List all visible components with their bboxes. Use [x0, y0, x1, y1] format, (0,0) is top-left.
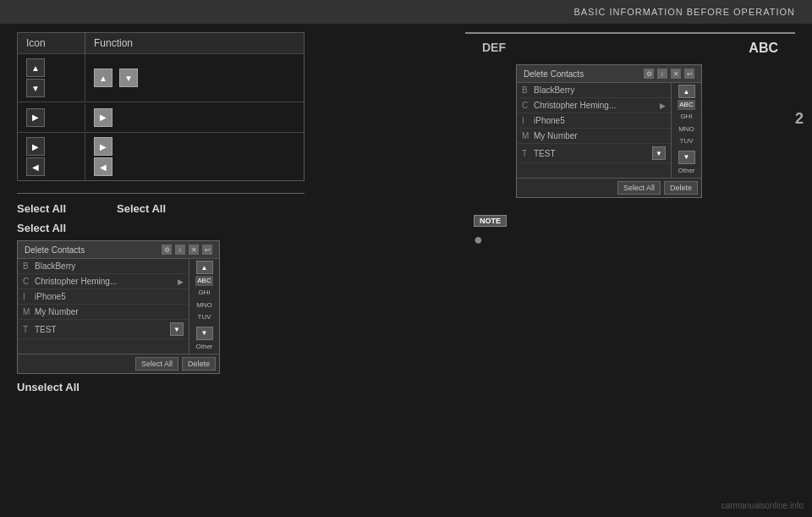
- list-item: C Christopher Heming... ▶: [18, 274, 189, 289]
- sidebar-down-arrow[interactable]: ▼: [196, 327, 213, 340]
- table-row: ▲ ▼ ▲ ▼: [18, 53, 304, 102]
- right-dialog-title: Delete Contacts: [524, 69, 584, 79]
- r-sidebar-up[interactable]: ▲: [678, 85, 695, 98]
- r-info-icon[interactable]: i: [657, 69, 667, 79]
- delete-contacts-dialog: Delete Contacts ⚙ i ✕ ↩ B BlackBerry: [17, 240, 220, 374]
- left-arrow-icon[interactable]: ◀: [26, 157, 45, 176]
- r-scroll-down-icon[interactable]: ▼: [652, 146, 666, 160]
- select-all-section: Select All Select All Select All Delete …: [17, 202, 440, 393]
- icon-function-table: Icon Function ▲ ▼ ▲ ▼ ▶: [17, 32, 304, 181]
- col-icon-header: Icon: [18, 33, 85, 53]
- list-item: I iPhone5: [18, 289, 189, 305]
- main-content: Icon Function ▲ ▼ ▲ ▼ ▶: [0, 24, 812, 410]
- page-number: 2: [795, 110, 804, 128]
- up-arrow-icon[interactable]: ▲: [26, 58, 45, 77]
- r-close-icon[interactable]: ✕: [671, 69, 681, 79]
- func-left-arrow: ◀: [94, 157, 112, 176]
- r-sidebar-other[interactable]: Other: [676, 166, 696, 176]
- info-icon[interactable]: i: [175, 245, 185, 255]
- back-icon[interactable]: ↩: [202, 245, 212, 255]
- select-all-label-1: Select All: [17, 202, 66, 215]
- r-sidebar-mno[interactable]: MNO: [677, 124, 696, 135]
- r-sidebar-down[interactable]: ▼: [678, 151, 695, 164]
- dialog-header: Delete Contacts ⚙ i ✕ ↩: [18, 241, 219, 259]
- func-right-arrow2: ▶: [94, 137, 112, 156]
- select-all-label-3: Select All: [17, 222, 66, 234]
- alpha-def: DEF: [482, 41, 506, 56]
- r-list-item: B BlackBerry: [517, 83, 671, 98]
- sidebar-other[interactable]: Other: [194, 342, 214, 352]
- table-header: Icon Function: [18, 33, 304, 53]
- r-delete-button[interactable]: Delete: [664, 181, 698, 195]
- dialog-footer: Select All Delete: [18, 354, 219, 373]
- right-divider: [465, 32, 795, 34]
- sidebar-ghi[interactable]: GHI: [196, 288, 211, 298]
- func-down-arrow: ▼: [119, 69, 138, 87]
- right-arrow-icon[interactable]: ▶: [26, 108, 45, 127]
- dialog-sidebar: ▲ ABC GHI MNO TUV ▼ Other: [189, 259, 219, 354]
- right-delete-contacts-dialog: Delete Contacts ⚙ i ✕ ↩ B BlackBerry C: [516, 64, 702, 198]
- func-cell-1: ▲ ▼: [85, 64, 304, 91]
- dialog-title: Delete Contacts: [25, 245, 85, 255]
- r-list-item: C Christopher Heming... ▶: [517, 98, 671, 113]
- right-dialog-sidebar: ▲ ABC GHI MNO TUV ▼ Other: [671, 83, 701, 178]
- list-item: B BlackBerry: [18, 259, 189, 274]
- r-select-all-button[interactable]: Select All: [617, 181, 661, 195]
- func-up-arrow: ▲: [94, 69, 112, 87]
- right-dialog-body: B BlackBerry C Christopher Heming... ▶ I…: [517, 83, 701, 178]
- select-all-row: Select All Select All: [17, 202, 440, 215]
- section-divider: [17, 193, 304, 194]
- sidebar-abc[interactable]: ABC: [195, 276, 212, 286]
- settings-icon[interactable]: ⚙: [162, 245, 172, 255]
- right-panel: DEF ABC Delete Contacts ⚙ i ✕ ↩ B BlackB…: [457, 32, 795, 402]
- close-icon[interactable]: ✕: [189, 245, 199, 255]
- dialog-icons: ⚙ i ✕ ↩: [162, 245, 212, 255]
- scroll-down-icon[interactable]: ▼: [170, 322, 184, 336]
- right-dialog-list: B BlackBerry C Christopher Heming... ▶ I…: [517, 83, 671, 178]
- watermark: carmanualsonline.info: [721, 501, 804, 510]
- right-dialog-header: Delete Contacts ⚙ i ✕ ↩: [517, 65, 701, 83]
- sidebar-mno[interactable]: MNO: [195, 300, 214, 311]
- right-dialog-footer: Select All Delete: [517, 178, 701, 197]
- select-all-button[interactable]: Select All: [135, 357, 178, 371]
- dialog-list: B BlackBerry C Christopher Heming... ▶ I…: [18, 259, 189, 354]
- dialog-body: B BlackBerry C Christopher Heming... ▶ I…: [18, 259, 219, 354]
- left-panel: Icon Function ▲ ▼ ▲ ▼ ▶: [17, 32, 440, 402]
- col-function-header: Function: [85, 33, 304, 53]
- sidebar-tuv[interactable]: TUV: [196, 312, 213, 322]
- table-row: ▶ ◀ ▶ ◀: [18, 132, 304, 180]
- right-dialog-icons: ⚙ i ✕ ↩: [644, 69, 694, 79]
- r-sidebar-tuv[interactable]: TUV: [678, 136, 695, 146]
- note-section: NOTE ●: [465, 212, 795, 247]
- func-right-arrow: ▶: [94, 108, 112, 127]
- r-list-item: I iPhone5: [517, 113, 671, 129]
- alphabet-nav: DEF ABC: [465, 41, 795, 56]
- r-sidebar-abc[interactable]: ABC: [678, 100, 694, 110]
- list-item: T TEST ▼: [18, 320, 189, 339]
- right-arrow2-icon[interactable]: ▶: [26, 137, 45, 156]
- unselect-all-label: Unselect All: [17, 381, 440, 393]
- r-list-item: T TEST ▼: [517, 144, 671, 163]
- icon-cell-1: ▲ ▼: [18, 54, 85, 102]
- func-cell-3: ▶ ◀: [85, 133, 304, 180]
- icon-cell-2: ▶: [18, 104, 85, 131]
- table-row: ▶ ▶: [18, 102, 304, 132]
- note-badge: NOTE: [474, 215, 507, 227]
- func-cell-2: ▶: [85, 104, 304, 131]
- header-bar: BASIC INFORMATION BEFORE OPERATION: [0, 0, 812, 24]
- delete-button[interactable]: Delete: [182, 357, 216, 371]
- list-item: M My Number: [18, 305, 189, 320]
- r-sidebar-ghi[interactable]: GHI: [678, 112, 694, 122]
- header-title: BASIC INFORMATION BEFORE OPERATION: [573, 7, 795, 17]
- r-settings-icon[interactable]: ⚙: [644, 69, 654, 79]
- down-arrow-icon[interactable]: ▼: [26, 79, 45, 97]
- select-all-label-2: Select All: [117, 202, 166, 215]
- r-list-item: M My Number: [517, 129, 671, 144]
- alpha-abc: ABC: [749, 41, 778, 56]
- sidebar-up-arrow[interactable]: ▲: [196, 261, 213, 274]
- icon-cell-3: ▶ ◀: [18, 133, 85, 180]
- r-back-icon[interactable]: ↩: [684, 69, 694, 79]
- note-dot: ●: [474, 232, 795, 247]
